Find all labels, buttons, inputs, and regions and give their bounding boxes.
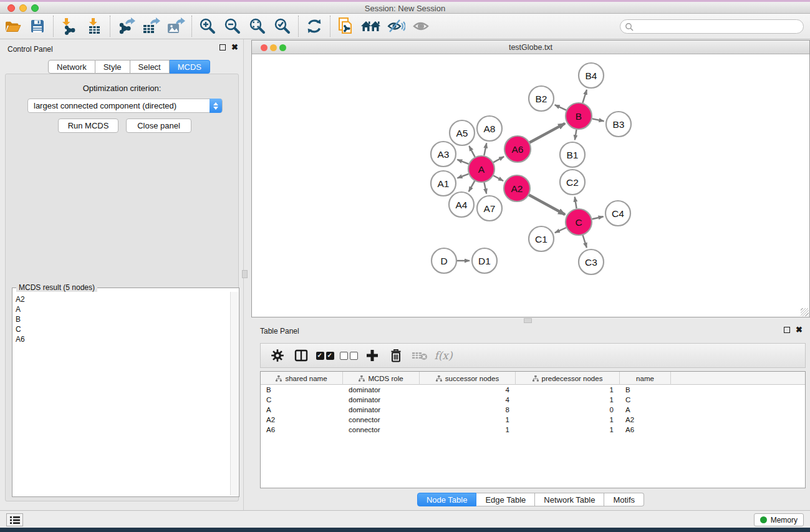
table-cell[interactable]: A2 xyxy=(261,415,343,425)
table-row[interactable]: A2connector11A2 xyxy=(261,415,805,425)
select-all-icon[interactable] xyxy=(313,346,337,365)
table-cell[interactable]: 1 xyxy=(516,425,620,435)
zoom-out-icon[interactable] xyxy=(220,16,245,37)
close-table-panel-icon[interactable]: ✖ xyxy=(796,327,803,333)
tab-mcds[interactable]: MCDS xyxy=(170,60,210,74)
graph-edge-A-A3[interactable] xyxy=(457,160,468,164)
graph-edge-B-B4[interactable] xyxy=(582,90,586,103)
table-cell[interactable]: dominator xyxy=(343,405,420,415)
graph-edge-A-A4[interactable] xyxy=(469,181,475,191)
result-item[interactable]: C xyxy=(16,324,231,334)
function-builder-icon[interactable]: f(x) xyxy=(432,346,455,365)
mcds-result-list[interactable]: A2ABCA6 xyxy=(13,292,231,495)
table-cell[interactable]: dominator xyxy=(343,395,420,405)
column-header-predecessor-nodes[interactable]: predecessor nodes xyxy=(516,372,620,385)
tab-node-table[interactable]: Node Table xyxy=(417,493,477,506)
table-cell[interactable]: 1 xyxy=(516,395,620,405)
tab-motifs[interactable]: Motifs xyxy=(604,493,644,506)
graph-edge-C-C4[interactable] xyxy=(592,216,603,219)
graph-node-B2[interactable]: B2 xyxy=(529,86,554,111)
close-panel-icon[interactable]: ✖ xyxy=(231,44,238,51)
table-cell[interactable]: 8 xyxy=(420,405,516,415)
graph-node-A1[interactable]: A1 xyxy=(431,171,456,196)
table-row[interactable]: A6connector11A6 xyxy=(261,425,805,435)
open-session-icon[interactable] xyxy=(0,16,25,37)
delete-table-icon[interactable] xyxy=(408,346,432,365)
graph-node-C4[interactable]: C4 xyxy=(605,201,630,226)
column-header-name[interactable]: name xyxy=(620,372,671,385)
table-cell[interactable]: 0 xyxy=(516,405,620,415)
graph-edge-A-A2[interactable] xyxy=(493,176,503,181)
graph-node-B[interactable]: B xyxy=(566,103,592,129)
graph-node-A[interactable]: A xyxy=(468,156,494,182)
result-list-scrollbar[interactable] xyxy=(230,292,238,495)
graph-node-A3[interactable]: A3 xyxy=(431,142,456,167)
import-network-icon[interactable] xyxy=(57,16,82,37)
run-mcds-button[interactable]: Run MCDS xyxy=(58,118,118,133)
graph-node-D[interactable]: D xyxy=(432,248,456,273)
tab-select[interactable]: Select xyxy=(130,60,170,74)
zoom-selected-icon[interactable] xyxy=(270,16,295,37)
export-network-icon[interactable] xyxy=(113,16,138,37)
table-cell[interactable]: A6 xyxy=(261,425,343,435)
float-panel-icon[interactable] xyxy=(219,44,226,51)
graph-node-A2[interactable]: A2 xyxy=(504,175,530,201)
table-cell[interactable]: 1 xyxy=(420,415,516,425)
first-neighbors-icon[interactable] xyxy=(359,16,383,37)
zoom-fit-icon[interactable] xyxy=(245,16,270,37)
table-cell[interactable]: 4 xyxy=(420,385,516,395)
search-field[interactable] xyxy=(620,19,804,34)
graph-canvas[interactable]: B4B2BB3A8A5A6A3B1AC2A1A2A4A7C4CC1DD1C3 xyxy=(253,55,809,317)
duplicate-network-icon[interactable] xyxy=(334,16,359,37)
table-cell[interactable]: A xyxy=(261,405,343,415)
export-table-icon[interactable] xyxy=(138,16,163,37)
table-cell[interactable]: 4 xyxy=(420,395,516,405)
column-header-mcds-role[interactable]: MCDS role xyxy=(343,372,420,385)
close-panel-button[interactable]: Close panel xyxy=(126,118,191,133)
task-history-button[interactable] xyxy=(6,513,23,526)
graph-edge-C-C1[interactable] xyxy=(555,228,566,233)
save-session-icon[interactable] xyxy=(25,16,50,37)
column-header-shared-name[interactable]: shared name xyxy=(261,372,343,385)
table-cell[interactable]: C xyxy=(261,395,343,405)
graph-edge-B-B2[interactable] xyxy=(555,105,566,110)
zoom-in-icon[interactable] xyxy=(195,16,220,37)
graph-node-A8[interactable]: A8 xyxy=(477,116,502,141)
table-cell[interactable]: A2 xyxy=(620,415,671,425)
graph-edge-A-A6[interactable] xyxy=(493,157,504,162)
table-row[interactable]: Adominator80A xyxy=(261,405,805,415)
table-cell[interactable]: 1 xyxy=(516,415,620,425)
table-cell[interactable]: A xyxy=(620,405,671,415)
column-header-successor-nodes[interactable]: successor nodes xyxy=(420,372,516,385)
graph-node-C2[interactable]: C2 xyxy=(560,170,585,195)
criterion-dropdown[interactable]: largest connected component (directed) xyxy=(27,99,223,113)
delete-row-trash-icon[interactable] xyxy=(384,346,408,365)
graph-edge-A2-C[interactable] xyxy=(529,195,565,215)
graph-edge-A6-B[interactable] xyxy=(529,123,565,143)
table-cell[interactable]: connector xyxy=(343,425,420,435)
float-table-panel-icon[interactable] xyxy=(784,327,790,333)
show-column-icon[interactable] xyxy=(289,346,313,365)
graph-edge-C-C3[interactable] xyxy=(583,235,587,248)
graph-edge-C-C2[interactable] xyxy=(575,197,577,209)
settings-gear-icon[interactable] xyxy=(266,346,289,365)
table-row[interactable]: Bdominator41B xyxy=(261,385,805,395)
result-item[interactable]: A6 xyxy=(16,334,231,344)
graph-edge-A-A7[interactable] xyxy=(484,183,486,194)
table-cell[interactable]: 1 xyxy=(516,385,620,395)
result-item[interactable]: A xyxy=(16,304,231,314)
deselect-all-icon[interactable] xyxy=(337,346,360,365)
graph-node-C[interactable]: C xyxy=(566,209,592,235)
graph-node-B3[interactable]: B3 xyxy=(606,112,631,137)
graph-node-A5[interactable]: A5 xyxy=(450,120,475,145)
import-table-icon[interactable] xyxy=(82,16,107,37)
tab-network[interactable]: Network xyxy=(48,60,95,74)
result-item[interactable]: B xyxy=(16,314,231,324)
memory-button[interactable]: Memory xyxy=(754,513,804,526)
table-cell[interactable]: B xyxy=(620,385,671,395)
horizontal-splitter-handle[interactable] xyxy=(524,318,532,323)
table-cell[interactable]: connector xyxy=(343,415,420,425)
graph-node-D1[interactable]: D1 xyxy=(472,248,497,273)
table-row[interactable]: Cdominator41C xyxy=(261,395,805,405)
graph-node-A7[interactable]: A7 xyxy=(477,196,502,221)
